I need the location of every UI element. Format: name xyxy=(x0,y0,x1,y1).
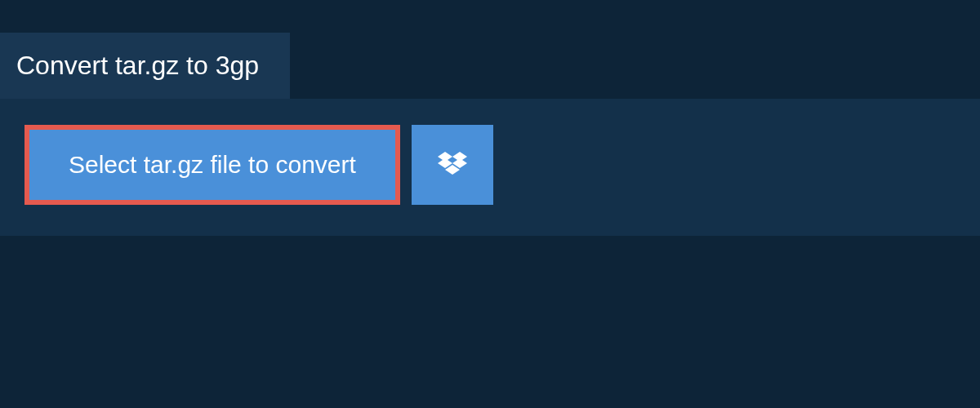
content-panel: Select tar.gz file to convert xyxy=(0,99,980,236)
select-file-button[interactable]: Select tar.gz file to convert xyxy=(24,125,400,205)
button-row: Select tar.gz file to convert xyxy=(24,125,956,205)
tab-header: Convert tar.gz to 3gp xyxy=(0,33,290,99)
select-file-label: Select tar.gz file to convert xyxy=(69,151,356,179)
dropbox-button[interactable] xyxy=(412,125,493,205)
page-title: Convert tar.gz to 3gp xyxy=(16,51,259,81)
dropbox-icon xyxy=(438,152,467,178)
